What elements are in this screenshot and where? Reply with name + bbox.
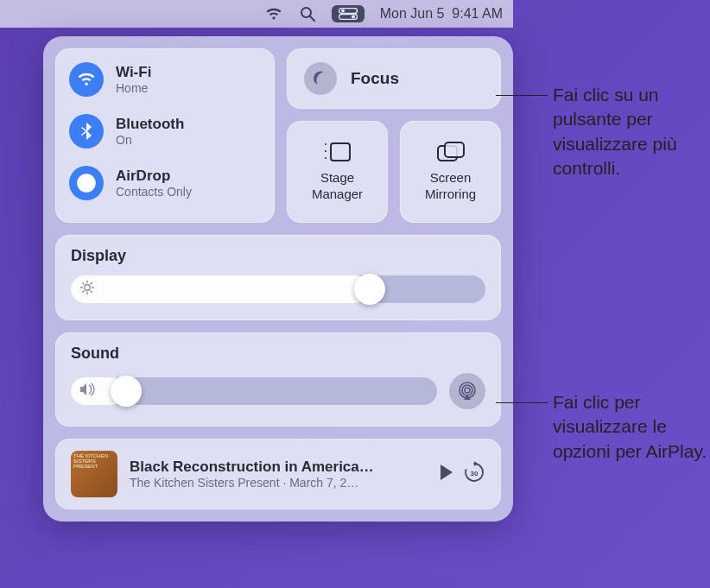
sound-label: Sound — [71, 345, 485, 363]
volume-slider[interactable] — [71, 377, 437, 405]
svg-line-23 — [91, 283, 92, 284]
menubar-date[interactable]: Mon Jun 5 9:41 AM — [380, 6, 503, 22]
stage-manager-button[interactable]: StageManager — [287, 121, 388, 223]
brightness-slider[interactable] — [71, 275, 485, 303]
focus-button[interactable]: Focus — [287, 48, 501, 109]
focus-label: Focus — [351, 69, 399, 88]
display-module[interactable]: Display — [55, 235, 501, 320]
control-center-menubar-icon[interactable] — [332, 5, 365, 22]
svg-point-8 — [78, 174, 95, 192]
airplay-audio-button[interactable] — [449, 373, 485, 409]
svg-text:30: 30 — [471, 470, 479, 477]
wifi-toggle[interactable]: Wi-Fi Home — [67, 57, 263, 102]
bluetooth-subtitle: On — [116, 133, 184, 147]
control-center-panel: Wi-Fi Home Bluetooth On AirDrop — [43, 36, 513, 522]
svg-point-24 — [465, 388, 470, 393]
album-art: The Kitchen Sisters Present — [71, 451, 117, 497]
connectivity-module: Wi-Fi Home Bluetooth On AirDrop — [55, 48, 275, 223]
stage-manager-label: StageManager — [312, 170, 363, 203]
svg-line-21 — [91, 291, 92, 292]
skip-30-button[interactable]: 30 — [463, 461, 485, 487]
wifi-title: Wi-Fi — [116, 64, 151, 81]
svg-point-25 — [462, 385, 472, 395]
callout-focus: Fai clic su un pulsante per visualizzare… — [553, 83, 708, 180]
wifi-menubar-icon[interactable] — [264, 7, 283, 21]
menubar: Mon Jun 5 9:41 AM — [0, 0, 513, 28]
wifi-subtitle: Home — [116, 81, 151, 95]
now-playing-title: Black Reconstruction in America… — [130, 458, 427, 476]
callout-airplay: Fai clic per visualizzare le opzioni per… — [553, 390, 708, 464]
moon-icon — [304, 62, 337, 95]
display-label: Display — [71, 247, 485, 265]
sound-module[interactable]: Sound — [55, 332, 501, 427]
airdrop-subtitle: Contacts Only — [116, 185, 192, 199]
now-playing-subtitle: The Kitchen Sisters Present · March 7, 2… — [130, 476, 427, 490]
now-playing-module[interactable]: The Kitchen Sisters Present Black Recons… — [55, 439, 501, 509]
airdrop-icon — [69, 166, 104, 200]
airdrop-title: AirDrop — [116, 168, 192, 185]
svg-line-22 — [83, 291, 84, 292]
wifi-icon — [69, 62, 104, 97]
svg-point-5 — [352, 16, 355, 19]
screen-mirroring-button[interactable]: ScreenMirroring — [400, 121, 501, 223]
bluetooth-title: Bluetooth — [116, 116, 184, 133]
svg-point-3 — [341, 9, 345, 13]
airplay-icon — [458, 382, 477, 401]
svg-line-20 — [83, 283, 84, 284]
svg-point-15 — [85, 285, 90, 290]
bluetooth-toggle[interactable]: Bluetooth On — [67, 109, 263, 154]
bluetooth-icon — [69, 114, 104, 149]
speaker-icon — [79, 383, 97, 400]
brightness-icon — [79, 280, 95, 299]
spotlight-icon[interactable] — [299, 5, 316, 22]
play-button[interactable] — [439, 464, 454, 484]
svg-line-1 — [310, 16, 314, 21]
svg-rect-12 — [331, 143, 350, 161]
screen-mirroring-label: ScreenMirroring — [425, 170, 476, 203]
airdrop-toggle[interactable]: AirDrop Contacts Only — [67, 161, 263, 205]
svg-rect-14 — [445, 142, 464, 157]
